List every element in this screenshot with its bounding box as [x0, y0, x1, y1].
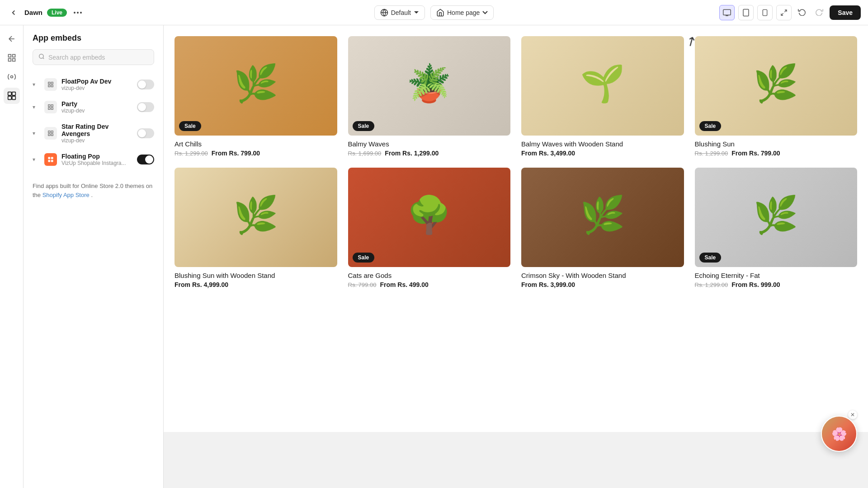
search-box	[33, 49, 154, 65]
sale-badge-echoing: Sale	[699, 253, 722, 263]
svg-rect-40	[51, 160, 53, 162]
more-options-button[interactable]	[71, 6, 84, 19]
product-image-cats-gods: 🌳 Sale	[348, 168, 511, 267]
party-dev: vizup-dev	[61, 108, 132, 114]
footer-period: .	[91, 192, 93, 198]
floatpop-toggle[interactable]	[137, 80, 154, 89]
main-layout: App embeds ▾	[0, 25, 868, 488]
svg-rect-22	[12, 96, 15, 100]
svg-rect-35	[48, 134, 50, 136]
product-prices-balmy-waves: Rs. 1,699.00 From Rs. 1,299.00	[348, 150, 511, 157]
fullscreen-button[interactable]	[776, 5, 792, 20]
svg-rect-20	[12, 92, 15, 96]
search-input[interactable]	[48, 54, 148, 61]
product-name-crimson-sky: Crimson Sky - With Wooden Stand	[521, 272, 684, 279]
sidebar-apps-icon[interactable]	[4, 88, 20, 104]
product-name-blushing-sun: Blushing Sun	[695, 140, 858, 148]
undo-button[interactable]	[795, 5, 809, 20]
floating-widget-close-button[interactable]: ✕	[848, 410, 857, 419]
product-prices-blushing-sun: Rs. 1,299.00 From Rs. 799.00	[695, 150, 858, 157]
star-rating-toggle[interactable]	[137, 128, 154, 138]
back-button[interactable]	[7, 6, 20, 19]
svg-rect-38	[51, 157, 53, 159]
floating-pop-icon	[44, 153, 57, 166]
sidebar-sections-icon[interactable]	[4, 50, 20, 66]
product-name-echoing: Echoing Eternity - Fat	[695, 272, 858, 279]
product-card-cats-gods[interactable]: 🌳 Sale Cats are Gods Rs. 799.00 From Rs.…	[348, 168, 511, 288]
redo-button[interactable]	[812, 5, 826, 20]
original-price-blushing-sun: Rs. 1,299.00	[695, 150, 728, 157]
svg-rect-30	[51, 105, 53, 107]
svg-point-18	[10, 76, 13, 78]
svg-rect-32	[51, 108, 53, 109]
sidebar-icons	[0, 25, 24, 488]
topbar: Dawn Live Default Home page	[0, 0, 868, 25]
star-rating-chevron-icon: ▾	[33, 130, 40, 136]
product-card-art-chills[interactable]: 🌿 Sale Art Chills Rs. 1,299.00 From Rs. …	[175, 36, 337, 157]
product-card-blushing-sun[interactable]: 🌿 Sale Blushing Sun Rs. 1,299.00 From Rs…	[695, 36, 858, 157]
floating-pop-widget[interactable]: 🌸	[821, 416, 857, 452]
product-image-balmy-waves-stand: 🌱	[521, 36, 684, 136]
page-select[interactable]: Home page	[430, 5, 494, 20]
sidebar-back-icon[interactable]	[4, 31, 20, 47]
search-icon	[38, 53, 45, 61]
floating-pop-chevron-icon: ▾	[33, 156, 40, 163]
product-name-balmy-waves: Balmy Waves	[348, 140, 511, 148]
original-price-art-chills: Rs. 1,299.00	[175, 150, 208, 157]
svg-rect-34	[51, 131, 53, 133]
embed-item-floating-pop[interactable]: ▾ Floating Pop VizUp Shopable Instagra..…	[24, 148, 163, 171]
save-button[interactable]: Save	[830, 5, 861, 20]
original-price-cats-gods: Rs. 799.00	[348, 282, 377, 288]
product-name-cats-gods: Cats are Gods	[348, 272, 511, 279]
left-panel: App embeds ▾	[24, 25, 164, 488]
product-card-balmy-waves-stand[interactable]: 🌱 Balmy Waves with Wooden Stand From Rs.…	[521, 36, 684, 157]
product-card-blushing-sun-stand[interactable]: 🌿 Blushing Sun with Wooden Stand From Rs…	[175, 168, 337, 288]
sale-badge-cats-gods: Sale	[353, 253, 375, 263]
mobile-view-button[interactable]	[757, 5, 773, 20]
svg-line-11	[785, 10, 787, 12]
embed-item-party[interactable]: ▾ Party vizup-dev	[24, 96, 163, 118]
embed-list: ▾ FloatPop Av Dev vizup-dev ▾	[24, 70, 163, 174]
party-icon	[44, 101, 57, 113]
product-card-crimson-sky[interactable]: 🌿 Crimson Sky - With Wooden Stand From R…	[521, 168, 684, 288]
tablet-view-button[interactable]	[738, 5, 754, 20]
floating-pop-dev: VizUp Shopable Instagra...	[61, 160, 132, 166]
desktop-view-button[interactable]	[719, 5, 735, 20]
product-card-echoing[interactable]: 🌿 Sale Echoing Eternity - Fat Rs. 1,299.…	[695, 168, 858, 288]
product-image-blushing-sun-stand: 🌿	[175, 168, 337, 267]
product-name-blushing-sun-stand: Blushing Sun with Wooden Stand	[175, 272, 337, 279]
preview-area: 🌿 Sale Art Chills Rs. 1,299.00 From Rs. …	[164, 25, 868, 488]
embed-item-star-rating[interactable]: ▾ Star Rating Dev Avengers vizup-dev	[24, 118, 163, 148]
svg-rect-28	[51, 85, 53, 87]
floatpop-chevron-icon: ▾	[33, 81, 40, 88]
product-card-balmy-waves[interactable]: 🪴 Sale Balmy Waves Rs. 1,699.00 From Rs.…	[348, 36, 511, 157]
party-toggle[interactable]	[137, 102, 154, 112]
regular-price-crimson-sky: From Rs. 3,999.00	[521, 281, 575, 288]
shopify-app-store-link[interactable]: Shopify App Store	[42, 192, 90, 198]
svg-rect-31	[48, 108, 50, 109]
product-prices-blushing-sun-stand: From Rs. 4,999.00	[175, 281, 337, 288]
floatpop-icon	[44, 78, 57, 91]
star-rating-dev: vizup-dev	[61, 137, 132, 144]
product-image-balmy-waves: 🪴 Sale	[348, 36, 511, 136]
svg-rect-21	[8, 96, 11, 100]
store-name: Dawn	[24, 9, 42, 16]
svg-rect-39	[48, 160, 50, 162]
chevron-down-icon	[414, 11, 419, 14]
party-name: Party	[61, 100, 132, 108]
svg-rect-17	[12, 59, 15, 61]
theme-select[interactable]: Default	[374, 5, 425, 20]
regular-price-blushing-sun-stand: From Rs. 4,999.00	[175, 281, 228, 288]
svg-rect-37	[48, 157, 50, 159]
svg-rect-26	[51, 82, 53, 84]
product-image-crimson-sky: 🌿	[521, 168, 684, 267]
svg-rect-36	[51, 134, 53, 136]
embed-item-floatpop[interactable]: ▾ FloatPop Av Dev vizup-dev	[24, 73, 163, 96]
sidebar-theme-settings-icon[interactable]	[4, 69, 20, 85]
product-grid: 🌿 Sale Art Chills Rs. 1,299.00 From Rs. …	[175, 36, 857, 288]
svg-rect-33	[48, 131, 50, 133]
product-prices-crimson-sky: From Rs. 3,999.00	[521, 281, 684, 288]
svg-rect-27	[48, 85, 50, 87]
floating-pop-toggle[interactable]	[137, 155, 154, 164]
page-name: Home page	[447, 9, 480, 16]
